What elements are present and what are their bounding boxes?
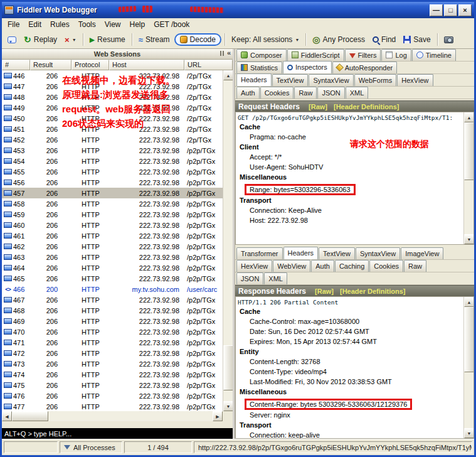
tab-xml[interactable]: XML xyxy=(346,87,369,99)
session-row[interactable]: 468206HTTP222.73.92.98/p2p/TGx xyxy=(2,305,223,316)
scroll-right-button[interactable]: ▶ xyxy=(213,411,223,421)
header-definitions-link[interactable]: [Header Definitions] xyxy=(340,288,406,295)
session-row[interactable]: 473206HTTP222.73.92.98/p2p/TGx xyxy=(2,358,223,369)
process-filter-cell[interactable]: All Processes xyxy=(60,441,122,453)
menu-item-tools[interactable]: Tools xyxy=(74,19,100,30)
session-row[interactable]: 451206HTTP222.73.92.98/2p/TGx xyxy=(2,124,223,134)
session-row[interactable]: 456206HTTP222.73.92.98/p2p/TGx xyxy=(2,177,223,188)
menu-item-help[interactable]: Help xyxy=(125,19,150,30)
tab-transformer[interactable]: Transformer xyxy=(236,247,283,259)
tab-syntaxview[interactable]: SyntaxView xyxy=(309,74,353,86)
tab-composer[interactable]: Composer xyxy=(236,49,287,61)
session-row[interactable]: 475206HTTP222.73.92.98/p2p/TGx xyxy=(2,380,223,390)
scroll-up-button[interactable]: ▲ xyxy=(464,297,474,307)
menu-item-file[interactable]: File xyxy=(3,19,24,30)
session-row[interactable]: 455206HTTP222.73.92.98/p2p/TGx xyxy=(2,166,223,177)
scroll-up-button[interactable]: ▲ xyxy=(464,112,474,122)
session-row[interactable]: 459206HTTP222.73.92.98/p2p/TGx xyxy=(2,209,223,220)
find-button[interactable]: Find xyxy=(369,33,399,46)
column-header-result[interactable]: Result xyxy=(30,60,71,70)
session-row[interactable]: 465206HTTP222.73.92.98/p2p/TGx xyxy=(2,273,223,284)
session-row[interactable]: 448206HTTP222.73.92.98/2p/TGx xyxy=(2,92,223,102)
tab-autoresponder[interactable]: AutoResponder xyxy=(332,62,397,73)
menu-item-rules[interactable]: Rules xyxy=(46,19,74,30)
session-row[interactable]: 469206HTTP222.73.92.98/p2p/TGx xyxy=(2,316,223,326)
request-scrollbar[interactable]: ▲ ▼ xyxy=(463,112,473,244)
session-row[interactable]: 447206HTTP222.73.92.98/2p/TGx xyxy=(2,81,223,92)
response-scrollbar[interactable]: ▲ ▼ xyxy=(463,297,473,438)
session-row[interactable]: 467206HTTP222.73.92.98/p2p/TGx xyxy=(2,294,223,305)
column-header-url[interactable]: URL xyxy=(184,60,233,70)
tab-log[interactable]: Log xyxy=(381,49,411,61)
session-row[interactable]: 463206HTTP222.73.92.98/p2p/TGx xyxy=(2,252,223,262)
tab-hexview[interactable]: HexView xyxy=(236,260,272,272)
session-row[interactable]: 449206HTTP222.73.92.98/2p/TGx xyxy=(2,102,223,113)
tab-cookies[interactable]: Cookies xyxy=(369,260,403,272)
tab-auth[interactable]: Auth xyxy=(311,260,334,272)
tab-json[interactable]: JSON xyxy=(236,272,263,284)
session-row[interactable]: 453206HTTP222.73.92.98/p2p/TGx xyxy=(2,145,223,156)
menu-item-edit[interactable]: Edit xyxy=(24,19,46,30)
session-row[interactable]: 446206HTTP222.73.92.98/2p/TGx xyxy=(2,70,223,81)
tab-textview[interactable]: TextView xyxy=(272,74,309,86)
sessions-vertical-scrollbar[interactable]: ▲ ▼ xyxy=(223,70,233,411)
column-header-host[interactable]: Host xyxy=(109,60,184,70)
tab-webforms[interactable]: WebForms xyxy=(354,74,397,86)
close-button[interactable]: × xyxy=(458,4,472,16)
session-row[interactable]: 470206HTTP222.73.92.98/p2p/TGx xyxy=(2,326,223,337)
scroll-thumb[interactable] xyxy=(464,122,474,180)
scroll-up-button[interactable]: ▲ xyxy=(223,70,233,80)
quickexec-box[interactable]: ALT+Q > type HELP... xyxy=(2,428,233,439)
scroll-thumb[interactable] xyxy=(464,307,474,372)
tab-filters[interactable]: Filters xyxy=(345,49,381,61)
session-row[interactable]: 450206HTTP222.73.92.98/2p/TGx xyxy=(2,113,223,124)
scroll-down-button[interactable]: ▼ xyxy=(464,428,474,438)
tab-webview[interactable]: WebView xyxy=(273,260,310,272)
column-header-protocol[interactable]: Protocol xyxy=(71,60,109,70)
tab-cookies[interactable]: Cookies xyxy=(260,87,294,99)
session-row[interactable]: 471206HTTP222.73.92.98/p2p/TGx xyxy=(2,337,223,348)
tab-imageview[interactable]: ImageView xyxy=(401,247,443,259)
tab-headers[interactable]: Headers xyxy=(283,247,319,259)
tab-caching[interactable]: Caching xyxy=(335,260,369,272)
tab-raw[interactable]: Raw xyxy=(404,260,426,272)
tab-auth[interactable]: Auth xyxy=(236,87,260,99)
session-row[interactable]: 472206HTTP222.73.92.98/p2p/TGx xyxy=(2,348,223,358)
tab-json[interactable]: JSON xyxy=(317,87,344,99)
session-row[interactable]: 461206HTTP222.73.92.98/p2p/TGx xyxy=(2,230,223,241)
any-process-button[interactable]: ◎ Any Process xyxy=(309,33,368,46)
scroll-thumb[interactable] xyxy=(223,345,233,390)
raw-link[interactable]: [Raw] xyxy=(309,103,327,110)
session-row[interactable]: 462206HTTP222.73.92.98/p2p/TGx xyxy=(2,241,223,252)
maximize-button[interactable]: □ xyxy=(444,4,457,16)
decode-button[interactable]: Decode xyxy=(174,33,221,46)
session-row[interactable]: 476206HTTP222.73.92.98/p2p/TGx xyxy=(2,390,223,401)
resume-button[interactable]: ▶ Resume xyxy=(87,33,129,46)
tab-syntaxview[interactable]: SyntaxView xyxy=(356,247,400,259)
menu-item-get-book[interactable]: GET /book xyxy=(149,19,194,30)
column-header-[interactable]: # xyxy=(2,60,30,70)
tab-fiddlerscript[interactable]: FiddlerScript xyxy=(287,49,344,61)
tab-timeline[interactable]: Timeline xyxy=(412,49,456,61)
tab-hexview[interactable]: HexView xyxy=(397,74,433,86)
session-row[interactable]: 460206HTTP222.73.92.98/p2p/TGx xyxy=(2,220,223,230)
tab-statistics[interactable]: Statistics xyxy=(236,62,282,73)
collapse-panel-button[interactable]: « xyxy=(227,50,231,56)
comment-button[interactable] xyxy=(4,35,19,45)
tab-xml[interactable]: XML xyxy=(264,272,287,284)
tab-inspectors[interactable]: Inspectors xyxy=(283,61,332,73)
scroll-left-button[interactable]: ◀ xyxy=(2,411,12,421)
tab-textview[interactable]: TextView xyxy=(319,247,355,259)
scroll-down-button[interactable]: ▼ xyxy=(464,234,474,244)
scroll-thumb[interactable] xyxy=(12,411,48,421)
session-row[interactable]: 458206HTTP222.73.92.98/p2p/TGx xyxy=(2,198,223,209)
tab-raw[interactable]: Raw xyxy=(294,87,317,99)
remove-sessions-button[interactable]: × ▼ xyxy=(61,34,80,46)
session-row[interactable]: 474206HTTP222.73.92.98/p2p/TGx xyxy=(2,369,223,380)
screenshot-button[interactable] xyxy=(441,35,457,45)
save-button[interactable]: Save xyxy=(400,33,433,46)
sessions-horizontal-scrollbar[interactable]: ◀ ▶ xyxy=(2,411,223,421)
stream-button[interactable]: ≈ Stream xyxy=(135,33,173,46)
menu-item-view[interactable]: View xyxy=(100,19,125,30)
session-row[interactable]: 477206HTTP222.73.92.98/p2p/TGx xyxy=(2,401,223,411)
